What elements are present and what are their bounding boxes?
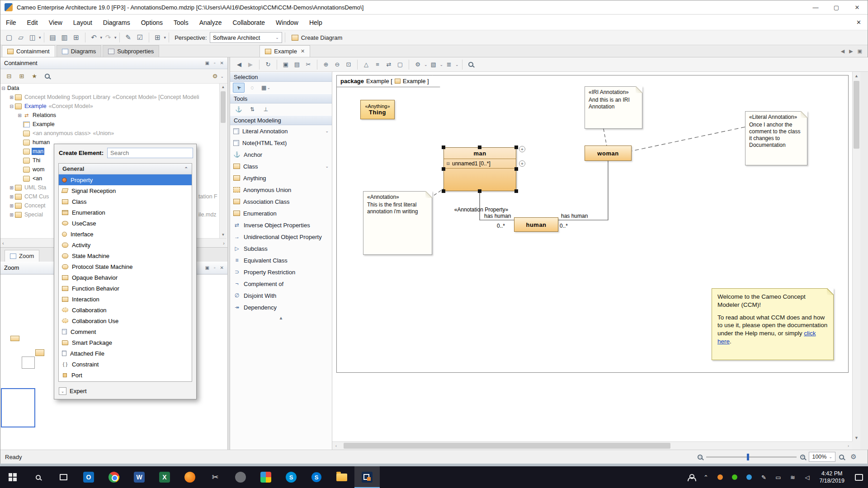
palette-item-anonymous-union[interactable]: Anonymous Union — [230, 184, 332, 196]
maximize-button[interactable]: ▢ — [826, 0, 847, 14]
menu-options[interactable]: Options — [136, 19, 168, 26]
tab-zoom[interactable]: Zoom — [5, 250, 39, 262]
collapse-icon[interactable]: ⊟ — [446, 161, 450, 166]
taskbar-app-excel[interactable]: X — [152, 466, 177, 488]
battery-icon[interactable]: ▭ — [771, 466, 785, 488]
diagram-canvas[interactable]: package Example [ Example ] «Anything» T… — [332, 72, 852, 441]
taskbar-app-skype-business[interactable]: S — [304, 466, 329, 488]
menu-diagrams[interactable]: Diagrams — [98, 19, 136, 26]
class-thing[interactable]: «Anything» Thing — [360, 100, 395, 119]
expert-toggle[interactable]: ⌄ Expert — [59, 387, 87, 395]
print-options-button[interactable]: ⊞ — [71, 32, 82, 43]
show-hidden-icons-button[interactable]: ⌃ — [699, 466, 712, 488]
taskbar-app-file-explorer[interactable] — [329, 466, 354, 488]
create-item-class[interactable]: Class — [59, 196, 192, 207]
print-preview-button[interactable]: ▥ — [59, 32, 71, 43]
taskbar-clock[interactable]: 4:42 PM 7/18/2019 — [815, 470, 849, 485]
back-button[interactable]: ◀ — [234, 59, 245, 70]
action-center-button[interactable] — [850, 466, 868, 488]
create-item-signal-reception[interactable]: Signal Reception — [59, 185, 192, 196]
start-button[interactable] — [0, 466, 25, 488]
tree-item-data[interactable]: ⊟Data — [0, 84, 219, 93]
palette-item-association-class[interactable]: Association Class — [230, 196, 332, 207]
expander-icon[interactable]: ⊞ — [17, 113, 23, 118]
taskbar-app-cameo-active[interactable] — [354, 466, 380, 488]
expander-icon[interactable]: ⊞ — [9, 194, 14, 199]
palette-item-class[interactable]: Class⌄ — [230, 160, 332, 172]
tab-diagram-example[interactable]: Example ✕ — [259, 45, 310, 57]
selection-handle[interactable] — [514, 189, 518, 193]
tray-app-blue[interactable] — [742, 466, 756, 488]
selection-handle[interactable] — [514, 167, 518, 171]
expander-icon[interactable]: ⊟ — [9, 104, 14, 109]
tab-list-icon[interactable]: ▣ — [858, 48, 862, 54]
save-menu-caret-icon[interactable]: ▾ — [39, 35, 41, 40]
palette-item-complement-of[interactable]: ¬Complement of — [230, 278, 332, 290]
redo-button[interactable]: ↷ — [102, 32, 114, 43]
palette-item-anchor[interactable]: ⚓Anchor — [230, 149, 332, 160]
selection-handle[interactable] — [442, 189, 445, 193]
expander-icon[interactable]: ⊟ — [0, 86, 6, 91]
diagram-options-gear-icon[interactable]: ⚙ — [412, 59, 423, 70]
association-multiplicity-right[interactable]: 0..* — [560, 223, 568, 229]
scrollbar-thumb[interactable] — [854, 81, 859, 149]
association-stereotype-label[interactable]: «Annotation Property» — [452, 206, 511, 213]
class-human[interactable]: human — [514, 217, 558, 232]
iri-annotation-note[interactable]: «IRI Annotation» And this is an IRI Anno… — [585, 86, 642, 129]
scroll-down-icon[interactable]: ▼ — [220, 231, 226, 238]
create-item-comment[interactable]: Comment — [59, 326, 192, 337]
menu-tools[interactable]: Tools — [168, 19, 194, 26]
align-button[interactable]: ≡ — [372, 59, 383, 70]
create-item-attached-file[interactable]: Attached File — [59, 348, 192, 359]
windows-button[interactable]: ⊞ — [152, 32, 164, 43]
save-button[interactable]: ◫ — [27, 32, 38, 43]
menu-analyze[interactable]: Analyze — [194, 19, 227, 26]
pin-panel-icon[interactable]: ▫ — [214, 61, 216, 66]
menu-file[interactable]: File — [0, 19, 22, 26]
create-item-function-behavior[interactable]: Function Behavior — [59, 283, 192, 294]
zoom-out-button[interactable]: ⊖ — [332, 59, 343, 70]
layout-button[interactable]: △ — [361, 59, 372, 70]
association-role-left[interactable]: has human — [484, 213, 511, 219]
palette-section-selection[interactable]: Selection — [230, 72, 332, 82]
zoom-fit-icon[interactable] — [839, 455, 844, 460]
class-woman[interactable]: woman — [585, 145, 632, 161]
palette-item-equivalent-class[interactable]: ≡Equivalent Class — [230, 254, 332, 266]
tree-item-relations[interactable]: ⊞⇄Relations — [0, 111, 219, 120]
minimap-viewport[interactable] — [1, 388, 35, 427]
scroll-tabs-right-icon[interactable]: ▶ — [849, 48, 853, 54]
palette-item-subclass[interactable]: ▷Subclass — [230, 243, 332, 254]
draw-button[interactable]: ✎ — [123, 32, 134, 43]
expander-icon[interactable]: ⊞ — [9, 212, 14, 217]
create-item-interface[interactable]: Interface — [59, 229, 192, 239]
create-item-protocol-state-machine[interactable]: Protocol State Machine — [59, 261, 192, 272]
close-panel-icon[interactable]: ✕ — [220, 61, 224, 66]
class-man[interactable]: man ⊟ unnamed1 [0..*] — [443, 147, 516, 191]
forward-button[interactable]: ▶ — [245, 59, 256, 70]
element-search-input[interactable] — [107, 148, 193, 158]
expander-icon[interactable]: ⊞ — [9, 185, 14, 190]
palette-item-anything[interactable]: Anything — [230, 172, 332, 184]
expand-all-button[interactable]: ⊞ — [17, 71, 27, 81]
palette-collapse-arrow-icon[interactable]: ▲ — [230, 313, 332, 322]
create-item-smart-package[interactable]: Smart Package — [59, 337, 192, 348]
tray-skype[interactable] — [728, 466, 741, 488]
zoom-in-button[interactable]: ⊕ — [321, 59, 331, 70]
cut-button[interactable]: ✂ — [303, 59, 314, 70]
taskbar-app-photos[interactable] — [253, 466, 278, 488]
palette-item-property-restriction[interactable]: ⊃Property Restriction — [230, 266, 332, 278]
lasso-tool[interactable]: ◌ — [246, 83, 258, 93]
menu-layout[interactable]: Layout — [68, 19, 98, 26]
literal-annotation-note[interactable]: «Literal Annotation» Once I anchor the c… — [745, 111, 807, 165]
create-item-constraint[interactable]: Constraint — [59, 359, 192, 370]
smart-manipulator-icon[interactable]: + — [519, 146, 525, 152]
selection-handle[interactable] — [478, 145, 481, 149]
layers-button[interactable]: ▧ — [428, 59, 439, 70]
taskbar-app-snipping-tool[interactable]: ✂ — [203, 466, 228, 488]
tab-diagrams[interactable]: Diagrams — [57, 45, 102, 57]
create-item-collaboration-use[interactable]: Collaboration Use — [59, 315, 192, 326]
scrollbar-thumb[interactable] — [221, 91, 226, 123]
association-multiplicity-left[interactable]: 0..* — [497, 223, 505, 229]
menu-help[interactable]: Help — [304, 19, 328, 26]
palette-item-unidirectional-object-property[interactable]: →Unidirectional Object Property — [230, 231, 332, 243]
